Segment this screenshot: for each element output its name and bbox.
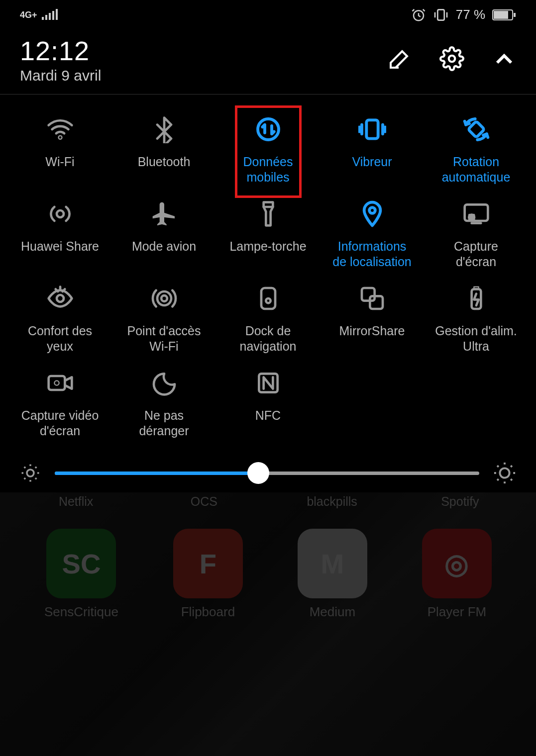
svg-rect-2 bbox=[49, 13, 51, 20]
tile-mobile-data[interactable]: Données mobiles bbox=[216, 109, 320, 189]
screenshot-icon bbox=[458, 196, 494, 232]
tile-label: Vibreur bbox=[352, 154, 392, 170]
tile-hotspot[interactable]: Point d'accès Wi-Fi bbox=[112, 279, 216, 358]
share-icon bbox=[42, 196, 78, 232]
status-bar: 4G+ 77 % bbox=[0, 0, 536, 27]
tile-vibrate[interactable]: Vibreur bbox=[320, 109, 424, 189]
nfc-icon bbox=[250, 365, 286, 401]
svg-rect-3 bbox=[52, 11, 54, 20]
rotate-icon bbox=[458, 111, 494, 147]
svg-rect-6 bbox=[437, 9, 444, 20]
tile-label: Informations de localisation bbox=[332, 239, 411, 270]
svg-point-11 bbox=[27, 470, 34, 476]
tile-auto-rotate[interactable]: Rotation automatique bbox=[424, 109, 528, 189]
svg-point-10 bbox=[449, 56, 455, 62]
svg-rect-1 bbox=[45, 15, 47, 20]
mirror-icon bbox=[354, 281, 390, 316]
quick-settings-grid: Wi-FiBluetoothDonnées mobilesVibreurRota… bbox=[0, 94, 536, 448]
tile-label: Rotation automatique bbox=[442, 154, 511, 186]
svg-rect-0 bbox=[42, 17, 44, 20]
bluetooth-icon bbox=[146, 111, 182, 147]
network-indicator: 4G+ bbox=[20, 9, 62, 20]
location-icon bbox=[354, 196, 390, 232]
eye-icon bbox=[42, 281, 78, 316]
brightness-slider[interactable] bbox=[55, 462, 479, 484]
hotspot-icon bbox=[146, 281, 182, 316]
vibrate-status-icon bbox=[433, 7, 449, 22]
tile-label: Bluetooth bbox=[138, 154, 191, 170]
battery-icon bbox=[492, 9, 516, 21]
battery-ultra-icon bbox=[458, 281, 494, 316]
tile-screen-record[interactable]: Capture vidéo d'écran bbox=[8, 363, 112, 443]
panel-time: 12:12 bbox=[20, 37, 101, 64]
tile-label: Wi-Fi bbox=[45, 154, 74, 170]
brightness-high-icon bbox=[493, 462, 516, 484]
navdock-icon bbox=[250, 281, 286, 316]
tile-huawei-share[interactable]: Huawei Share bbox=[8, 194, 112, 274]
gear-icon[interactable] bbox=[439, 46, 464, 71]
battery-percent: 77 % bbox=[456, 7, 485, 22]
tile-bluetooth[interactable]: Bluetooth bbox=[112, 109, 216, 189]
tile-dnd[interactable]: Ne pas déranger bbox=[112, 363, 216, 443]
tile-flashlight[interactable]: Lampe-torche bbox=[216, 194, 320, 274]
airplane-icon bbox=[146, 196, 182, 232]
svg-rect-9 bbox=[514, 13, 516, 17]
panel-date: Mardi 9 avril bbox=[20, 67, 101, 84]
tile-label: Huawei Share bbox=[21, 239, 99, 254]
tile-location[interactable]: Informations de localisation bbox=[320, 194, 424, 274]
chevron-up-icon[interactable] bbox=[492, 47, 516, 71]
tile-label: Lampe-torche bbox=[229, 239, 306, 254]
tile-eye-comfort[interactable]: Confort des yeux bbox=[8, 279, 112, 358]
wifi-icon bbox=[42, 111, 78, 147]
svg-rect-8 bbox=[494, 11, 508, 19]
home-screen-underlay: NetflixOCSblackpillsSpotify SCSensCritiq… bbox=[0, 492, 536, 756]
svg-rect-4 bbox=[56, 9, 58, 20]
svg-point-12 bbox=[500, 468, 509, 477]
tile-label: Dock de navigation bbox=[240, 323, 297, 355]
tile-label: Confort des yeux bbox=[28, 323, 92, 355]
tile-label: Capture d'écran bbox=[454, 239, 498, 270]
tile-label: MirrorShare bbox=[339, 323, 405, 339]
tile-mirror-share[interactable]: MirrorShare bbox=[320, 279, 424, 358]
flashlight-icon bbox=[250, 196, 286, 232]
tile-nfc[interactable]: NFC bbox=[216, 363, 320, 443]
tile-label: Ne pas déranger bbox=[139, 408, 189, 439]
edit-icon[interactable] bbox=[388, 47, 412, 71]
tile-label: Gestion d'alim. Ultra bbox=[435, 323, 517, 355]
tile-nav-dock[interactable]: Dock de navigation bbox=[216, 279, 320, 358]
alarm-icon bbox=[411, 7, 426, 22]
tile-airplane[interactable]: Mode avion bbox=[112, 194, 216, 274]
tile-label: NFC bbox=[255, 408, 281, 423]
vibrate-icon bbox=[354, 111, 390, 147]
screenrec-icon bbox=[42, 365, 78, 401]
tile-screenshot[interactable]: Capture d'écran bbox=[424, 194, 528, 274]
tile-wifi[interactable]: Wi-Fi bbox=[8, 109, 112, 189]
tile-label: Données mobiles bbox=[243, 154, 293, 186]
panel-header: 12:12 Mardi 9 avril bbox=[0, 27, 536, 94]
mobile-data-icon bbox=[250, 111, 286, 147]
brightness-low-icon bbox=[20, 463, 41, 483]
dnd-icon bbox=[146, 365, 182, 401]
tile-label: Point d'accès Wi-Fi bbox=[127, 323, 201, 355]
tile-label: Mode avion bbox=[132, 239, 196, 254]
tile-label: Capture vidéo d'écran bbox=[21, 408, 99, 439]
tile-power-mgmt[interactable]: Gestion d'alim. Ultra bbox=[424, 279, 528, 358]
